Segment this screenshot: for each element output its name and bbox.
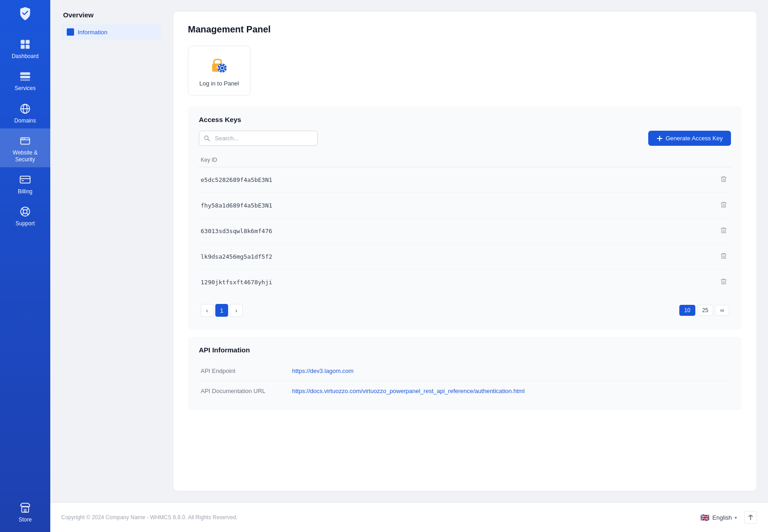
svg-rect-4 — [20, 73, 30, 75]
svg-rect-10 — [21, 138, 30, 144]
page-size-10[interactable]: 10 — [679, 305, 695, 316]
sidebar-item-website-security-label: Website &Security — [13, 149, 37, 163]
pagination-prev[interactable]: ‹ — [201, 304, 213, 317]
page-size-25[interactable]: 25 — [697, 305, 713, 316]
pagination-next[interactable]: › — [230, 304, 243, 317]
sidebar-item-domains-label: Domains — [14, 117, 36, 124]
api-info-link[interactable]: https://docs.virtuozzo.com/virtuozzo_pow… — [292, 388, 525, 394]
page-size-infinite[interactable]: ∞ — [715, 305, 729, 316]
login-to-panel-card[interactable]: Log in to Panel — [188, 46, 251, 96]
api-info-row: API Documentation URL https://docs.virtu… — [199, 381, 731, 401]
api-info-label-cell: API Documentation URL — [199, 381, 290, 401]
svg-rect-2 — [21, 45, 25, 49]
svg-point-35 — [224, 65, 225, 66]
sidebar-item-store[interactable]: Store — [0, 495, 50, 527]
sidebar-item-support-label: Support — [16, 220, 35, 227]
svg-point-32 — [225, 68, 227, 69]
search-input[interactable] — [199, 131, 318, 146]
svg-rect-3 — [26, 45, 30, 49]
table-row: e5dc5282689f4a5bE3N1 — [199, 167, 731, 193]
delete-key-button[interactable] — [718, 199, 729, 212]
api-info-link[interactable]: https://dev3.lagom.com — [292, 367, 353, 374]
sidebar-item-store-label: Store — [19, 516, 32, 523]
panel-card-icon — [208, 54, 229, 75]
svg-rect-16 — [21, 180, 23, 181]
footer-right: 🇬🇧 English ▾ — [700, 511, 757, 524]
table-row: 1290jktfsxft4678yhji — [199, 270, 731, 295]
left-nav-item-information[interactable]: Information — [61, 24, 162, 40]
svg-point-12 — [22, 138, 23, 139]
delete-key-button[interactable] — [718, 250, 729, 263]
page-size-controls: 10 25 ∞ — [679, 305, 729, 316]
svg-point-18 — [23, 210, 27, 214]
access-keys-table: Key ID e5dc5282689f4a5bE3N1 f — [199, 153, 731, 295]
svg-line-20 — [27, 213, 28, 215]
footer: Copyright © 2024 Company Name - WHMCS 8.… — [50, 502, 768, 532]
footer-language-selector[interactable]: 🇬🇧 English ▾ — [700, 513, 737, 522]
table-row: lk9dsa2456mg5a1df5f2 — [199, 244, 731, 270]
plus-icon — [656, 135, 663, 142]
sidebar-item-support[interactable]: Support — [0, 199, 50, 231]
pagination-controls: ‹ 1 › — [201, 304, 243, 317]
svg-point-33 — [219, 65, 220, 66]
api-info-row: API Endpoint https://dev3.lagom.com — [199, 361, 731, 381]
left-nav-title: Overview — [61, 11, 162, 19]
trash-icon — [720, 227, 727, 234]
delete-key-button[interactable] — [718, 174, 729, 186]
left-nav-item-information-label: Information — [78, 29, 107, 36]
svg-rect-5 — [20, 76, 30, 78]
generate-access-key-button[interactable]: Generate Access Key — [648, 131, 731, 146]
panel-title: Management Panel — [188, 24, 742, 35]
svg-rect-0 — [21, 40, 25, 44]
svg-point-36 — [219, 70, 220, 71]
panel-card-label: Log in to Panel — [199, 80, 239, 87]
generate-btn-label: Generate Access Key — [666, 135, 723, 142]
column-key-id: Key ID — [199, 153, 713, 167]
main-content: Overview Information Management Panel — [50, 0, 768, 532]
api-info-label-cell: API Endpoint — [199, 361, 290, 381]
sidebar-item-billing[interactable]: Billing — [0, 167, 50, 199]
svg-point-30 — [222, 71, 223, 73]
flag-icon: 🇬🇧 — [700, 513, 709, 522]
search-wrap — [199, 131, 318, 146]
api-info-value[interactable]: https://docs.virtuozzo.com/virtuozzo_pow… — [290, 381, 731, 401]
svg-rect-14 — [20, 176, 30, 183]
svg-point-34 — [224, 70, 225, 71]
sidebar-item-dashboard[interactable]: Dashboard — [0, 32, 50, 64]
chevron-down-icon: ▾ — [735, 515, 737, 520]
delete-key-button[interactable] — [718, 276, 729, 288]
api-info-value[interactable]: https://dev3.lagom.com — [290, 361, 731, 381]
pagination-page-1[interactable]: 1 — [215, 304, 228, 317]
svg-point-13 — [24, 138, 25, 139]
access-keys-section: Access Keys Generate Access Key — [188, 106, 742, 330]
nav-icon-information — [67, 28, 74, 36]
scroll-to-top-button[interactable] — [744, 511, 757, 524]
sidebar-item-domains[interactable]: Domains — [0, 96, 50, 128]
table-row: fhy58a1d689f4a5bE3N1 — [199, 193, 731, 218]
left-nav: Overview Information — [61, 11, 162, 491]
search-icon — [203, 135, 211, 142]
trash-icon — [720, 252, 727, 260]
sidebar-item-services[interactable]: Services — [0, 64, 50, 96]
sidebar: Dashboard Services Domains Website &Secu… — [0, 0, 50, 532]
key-id-cell: 1290jktfsxft4678yhji — [199, 270, 713, 295]
footer-copyright: Copyright © 2024 Company Name - WHMCS 8.… — [61, 514, 238, 521]
sidebar-logo[interactable] — [0, 0, 50, 27]
delete-key-button[interactable] — [718, 225, 729, 237]
api-info-section: API Information API Endpoint https://dev… — [188, 337, 742, 410]
sidebar-item-billing-label: Billing — [18, 188, 32, 195]
key-id-cell: e5dc5282689f4a5bE3N1 — [199, 167, 713, 193]
access-keys-title: Access Keys — [199, 116, 731, 123]
sidebar-item-services-label: Services — [15, 85, 36, 91]
trash-icon — [720, 201, 727, 208]
svg-line-21 — [27, 208, 28, 210]
svg-point-29 — [222, 64, 223, 65]
sidebar-item-website-security[interactable]: Website &Security — [0, 128, 50, 167]
api-info-title: API Information — [199, 346, 731, 354]
key-id-cell: 63013sd3sqwl8k6mf476 — [199, 218, 713, 244]
svg-line-19 — [22, 208, 24, 210]
arrow-up-icon — [747, 514, 754, 521]
access-keys-toolbar: Generate Access Key — [199, 131, 731, 146]
footer-language-label: English — [712, 514, 732, 521]
api-info-table: API Endpoint https://dev3.lagom.com API … — [199, 361, 731, 401]
